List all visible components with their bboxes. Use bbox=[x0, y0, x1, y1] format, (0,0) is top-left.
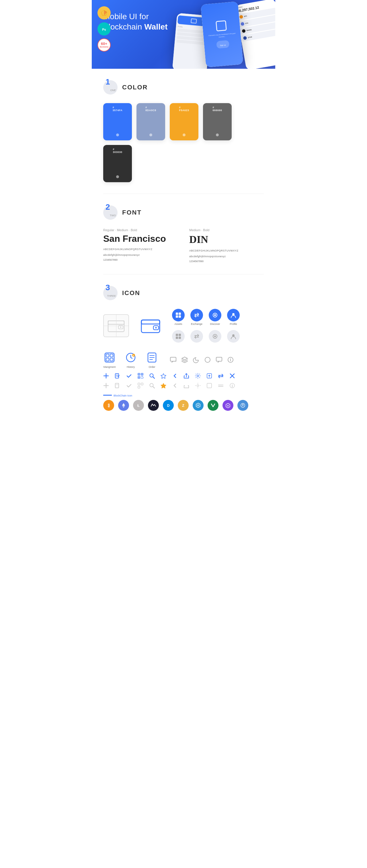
discover-icon bbox=[209, 309, 221, 321]
sketch-badge bbox=[97, 6, 111, 20]
settings-icon bbox=[195, 373, 201, 379]
color-swatch-1: #3574FA bbox=[103, 103, 132, 141]
svg-text:Z: Z bbox=[182, 403, 185, 408]
icon-title: ICON bbox=[122, 289, 140, 297]
svg-text:D: D bbox=[167, 404, 170, 408]
swap-icon-gray bbox=[218, 383, 224, 389]
qr-icon bbox=[138, 373, 143, 379]
plus-icon-gray bbox=[103, 383, 109, 389]
hero-badges: Ps 60+ Screens bbox=[97, 6, 111, 52]
profile-icon-gray bbox=[227, 330, 240, 343]
svg-rect-54 bbox=[139, 377, 139, 378]
upload-icon-gray bbox=[206, 383, 212, 389]
ps-badge: Ps bbox=[97, 22, 111, 35]
svg-point-81 bbox=[232, 384, 232, 385]
star-icon-active bbox=[161, 383, 166, 389]
waves-icon bbox=[148, 400, 159, 411]
svg-rect-22 bbox=[176, 337, 178, 339]
color-title: COLOR bbox=[122, 84, 148, 91]
svg-marker-89 bbox=[197, 404, 199, 406]
svg-point-77 bbox=[197, 385, 199, 386]
phone-middle: Characters may be manifested in the good… bbox=[201, 1, 244, 67]
share-icon bbox=[184, 373, 189, 379]
order-icon-item: Order bbox=[146, 351, 158, 368]
swap-icon bbox=[218, 373, 224, 379]
svg-rect-29 bbox=[110, 354, 113, 357]
chevron-left-icon bbox=[172, 373, 178, 379]
discover-icon-item: Discover bbox=[209, 309, 221, 326]
blockchain-label: BlockChain Icon bbox=[103, 394, 264, 397]
qr-icon-gray bbox=[138, 383, 143, 389]
chevron-left-icon-gray bbox=[172, 383, 178, 389]
svg-rect-23 bbox=[179, 337, 181, 339]
font-din: Medium · Bold DIN ABCDEFGHIJKLMNOPQRSTUV… bbox=[189, 228, 264, 263]
bitcoin-icon: ₿ bbox=[103, 400, 114, 411]
svg-point-19 bbox=[232, 313, 234, 315]
info-icon-small bbox=[227, 356, 234, 363]
svg-rect-38 bbox=[170, 357, 176, 361]
color-swatch-4: #666666 bbox=[203, 103, 232, 141]
svg-rect-71 bbox=[138, 383, 140, 385]
font-sf: Regular · Medium · Bold San Francisco AB… bbox=[103, 228, 178, 263]
upload-icon bbox=[206, 373, 212, 379]
discover-icon-gray bbox=[209, 330, 221, 343]
profile-icon bbox=[227, 309, 240, 321]
svg-text:Ł: Ł bbox=[137, 403, 140, 408]
svg-rect-13 bbox=[176, 313, 178, 315]
svg-point-8 bbox=[120, 327, 121, 328]
svg-rect-31 bbox=[110, 358, 113, 361]
assets-icon-item: Assets bbox=[172, 309, 185, 326]
qtum-icon bbox=[193, 400, 204, 411]
svg-point-12 bbox=[156, 327, 157, 329]
svg-rect-78 bbox=[207, 383, 211, 388]
info-icon-gray bbox=[229, 383, 235, 389]
svg-rect-15 bbox=[176, 315, 178, 318]
exchange-icon bbox=[190, 309, 203, 321]
check-icon-gray bbox=[126, 383, 132, 389]
section-number-color: 1 ONE bbox=[103, 80, 117, 95]
profile-icon-item: Profile bbox=[227, 309, 240, 326]
speech-icon-small bbox=[216, 356, 223, 363]
moon-icon-small bbox=[193, 356, 200, 363]
ethereum-icon bbox=[118, 400, 129, 411]
svg-rect-14 bbox=[179, 313, 181, 315]
color-section-header: 1 ONE COLOR bbox=[103, 80, 264, 95]
svg-rect-20 bbox=[176, 334, 178, 336]
color-swatch-2: #8DA0C8 bbox=[137, 103, 165, 141]
svg-point-26 bbox=[232, 334, 234, 337]
share-icon-gray bbox=[184, 383, 189, 389]
svg-rect-21 bbox=[179, 334, 181, 336]
icon-section-header: 3 THREE ICON bbox=[103, 286, 264, 300]
svg-rect-50 bbox=[139, 374, 139, 375]
close-icon bbox=[229, 373, 235, 379]
management-icon bbox=[103, 351, 116, 364]
matic-icon: M bbox=[223, 400, 233, 411]
chat-icon-small bbox=[170, 356, 177, 363]
svg-text:Ps: Ps bbox=[102, 28, 106, 31]
svg-marker-83 bbox=[122, 403, 125, 406]
assets-icon-gray bbox=[172, 330, 185, 343]
svg-point-43 bbox=[230, 359, 231, 359]
vtc-icon bbox=[207, 400, 219, 411]
wallet-wireframe-icon bbox=[103, 314, 129, 337]
svg-line-75 bbox=[153, 386, 154, 388]
color-swatch-3: #F5A623 bbox=[170, 103, 198, 141]
font-section: 2 TWO FONT Regular · Medium · Bold San F… bbox=[92, 194, 275, 274]
assets-icon bbox=[172, 309, 185, 321]
section-number-font: 2 TWO bbox=[103, 206, 117, 220]
color-swatch-5: #303030 bbox=[103, 145, 132, 182]
search-icon bbox=[149, 373, 155, 379]
svg-rect-28 bbox=[106, 354, 109, 357]
svg-rect-69 bbox=[115, 383, 119, 388]
svg-rect-73 bbox=[138, 386, 140, 388]
litecoin-icon: Ł bbox=[133, 400, 144, 411]
plus-icon bbox=[103, 373, 109, 379]
font-title: FONT bbox=[122, 209, 142, 216]
screens-badge: 60+ Screens bbox=[97, 38, 111, 52]
history-icon bbox=[124, 351, 137, 364]
svg-point-25 bbox=[214, 336, 216, 337]
document-edit-icon-gray bbox=[115, 383, 120, 389]
section-number-icon: 3 THREE bbox=[103, 286, 117, 300]
star-icon bbox=[161, 373, 166, 379]
document-edit-icon bbox=[115, 373, 120, 379]
